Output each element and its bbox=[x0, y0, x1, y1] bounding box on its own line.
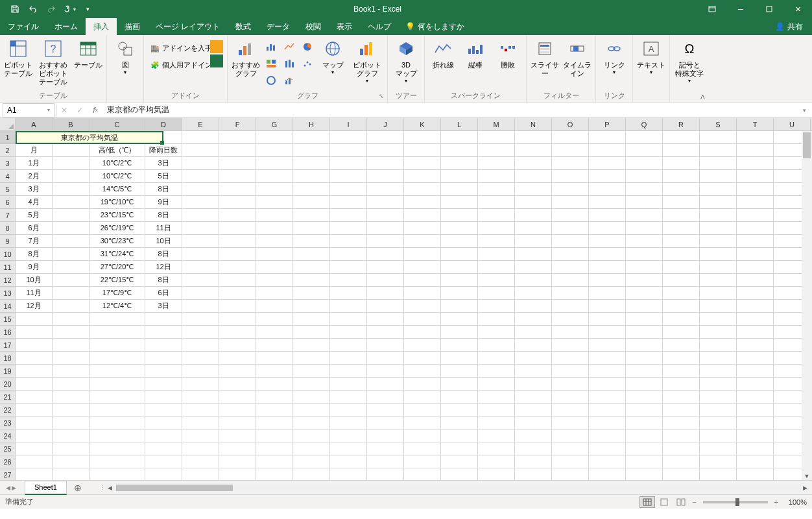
cell-G11[interactable] bbox=[256, 261, 293, 274]
cell-R3[interactable] bbox=[663, 157, 700, 170]
cell-Q2[interactable] bbox=[626, 144, 663, 157]
cell-B7[interactable] bbox=[53, 209, 90, 222]
column-header-D[interactable]: D bbox=[145, 118, 182, 130]
pivot-chart-button[interactable]: ピボットグラフ▾ bbox=[350, 36, 385, 86]
cell-G24[interactable] bbox=[256, 429, 293, 442]
cell-K18[interactable] bbox=[404, 352, 441, 365]
cell-D11[interactable]: 12日 bbox=[145, 261, 182, 274]
cell-J5[interactable] bbox=[367, 183, 404, 196]
cell-B24[interactable] bbox=[53, 429, 90, 442]
cell-L26[interactable] bbox=[441, 455, 478, 468]
cell-M5[interactable] bbox=[478, 183, 515, 196]
cell-K9[interactable] bbox=[404, 235, 441, 248]
cell-F13[interactable] bbox=[219, 287, 256, 300]
cell-B3[interactable] bbox=[53, 157, 90, 170]
cell-Q6[interactable] bbox=[626, 196, 663, 209]
cell-T25[interactable] bbox=[737, 442, 774, 455]
cell-T24[interactable] bbox=[737, 429, 774, 442]
cell-O1[interactable] bbox=[552, 131, 589, 144]
column-header-S[interactable]: S bbox=[700, 118, 737, 130]
cell-H16[interactable] bbox=[293, 326, 330, 339]
bing-maps-icon[interactable] bbox=[210, 40, 223, 53]
cell-S2[interactable] bbox=[700, 144, 737, 157]
cell-N7[interactable] bbox=[515, 209, 552, 222]
column-header-M[interactable]: M bbox=[478, 118, 515, 130]
cell-L27[interactable] bbox=[441, 468, 478, 480]
cell-P10[interactable] bbox=[589, 248, 626, 261]
cell-G23[interactable] bbox=[256, 416, 293, 429]
cell-C22[interactable] bbox=[90, 404, 145, 416]
cell-J22[interactable] bbox=[367, 404, 404, 416]
tell-me-search[interactable]: 💡 何をしますか bbox=[399, 18, 471, 35]
cell-G13[interactable] bbox=[256, 287, 293, 300]
cell-M1[interactable] bbox=[478, 131, 515, 144]
cell-C23[interactable] bbox=[90, 416, 145, 429]
cell-Q27[interactable] bbox=[626, 468, 663, 480]
cell-C4[interactable]: 10℃/2℃ bbox=[90, 170, 145, 183]
page-break-view-icon[interactable] bbox=[673, 496, 689, 508]
column-header-C[interactable]: C bbox=[90, 118, 145, 130]
cell-A26[interactable] bbox=[16, 455, 53, 468]
cell-K1[interactable] bbox=[404, 131, 441, 144]
cell-Q12[interactable] bbox=[626, 274, 663, 287]
merged-title-cell[interactable]: 東京都の平均気温 bbox=[16, 131, 163, 144]
cell-J7[interactable] bbox=[367, 209, 404, 222]
row-header-9[interactable]: 9 bbox=[0, 235, 15, 248]
cell-N25[interactable] bbox=[515, 442, 552, 455]
close-icon[interactable]: ✕ bbox=[783, 0, 812, 18]
tab-page-layout[interactable]: ページ レイアウト bbox=[148, 18, 228, 35]
cell-I19[interactable] bbox=[330, 365, 367, 378]
cell-E5[interactable] bbox=[182, 183, 219, 196]
row-header-5[interactable]: 5 bbox=[0, 183, 15, 196]
statistic-chart-icon[interactable] bbox=[281, 56, 298, 71]
horizontal-scrollbar[interactable]: ◀ ▶ bbox=[106, 483, 809, 492]
tab-help[interactable]: ヘルプ bbox=[360, 18, 399, 35]
cell-I15[interactable] bbox=[330, 313, 367, 326]
cell-N14[interactable] bbox=[515, 300, 552, 313]
zoom-in-icon[interactable]: + bbox=[774, 498, 778, 506]
cell-E14[interactable] bbox=[182, 300, 219, 313]
cell-H2[interactable] bbox=[293, 144, 330, 157]
cell-B8[interactable] bbox=[53, 222, 90, 235]
cell-E12[interactable] bbox=[182, 274, 219, 287]
row-header-14[interactable]: 14 bbox=[0, 300, 15, 313]
cell-J19[interactable] bbox=[367, 365, 404, 378]
cell-H11[interactable] bbox=[293, 261, 330, 274]
cell-M16[interactable] bbox=[478, 326, 515, 339]
cell-A14[interactable]: 12月 bbox=[16, 300, 53, 313]
cell-O12[interactable] bbox=[552, 274, 589, 287]
cell-E21[interactable] bbox=[182, 391, 219, 404]
cell-S19[interactable] bbox=[700, 365, 737, 378]
cell-P24[interactable] bbox=[589, 429, 626, 442]
tab-view[interactable]: 表示 bbox=[329, 18, 360, 35]
cell-R22[interactable] bbox=[663, 404, 700, 416]
row-header-19[interactable]: 19 bbox=[0, 365, 15, 378]
cell-A23[interactable] bbox=[16, 416, 53, 429]
cell-M2[interactable] bbox=[478, 144, 515, 157]
cell-O2[interactable] bbox=[552, 144, 589, 157]
ribbon-display-icon[interactable] bbox=[698, 0, 726, 18]
cell-D19[interactable] bbox=[145, 365, 182, 378]
cell-N16[interactable] bbox=[515, 326, 552, 339]
cell-K7[interactable] bbox=[404, 209, 441, 222]
cell-H21[interactable] bbox=[293, 391, 330, 404]
cell-C8[interactable]: 26℃/19℃ bbox=[90, 222, 145, 235]
cell-P17[interactable] bbox=[589, 339, 626, 352]
cell-T1[interactable] bbox=[737, 131, 774, 144]
cell-T26[interactable] bbox=[737, 455, 774, 468]
cell-G25[interactable] bbox=[256, 442, 293, 455]
cell-O26[interactable] bbox=[552, 455, 589, 468]
column-header-T[interactable]: T bbox=[737, 118, 774, 130]
cell-C27[interactable] bbox=[90, 468, 145, 480]
cell-O7[interactable] bbox=[552, 209, 589, 222]
cell-C3[interactable]: 10℃/2℃ bbox=[90, 157, 145, 170]
cell-D15[interactable] bbox=[145, 313, 182, 326]
cell-C18[interactable] bbox=[90, 352, 145, 365]
redo-icon[interactable] bbox=[43, 1, 60, 18]
table-button[interactable]: テーブル bbox=[73, 36, 104, 71]
cell-L17[interactable] bbox=[441, 339, 478, 352]
cell-F27[interactable] bbox=[219, 468, 256, 480]
cell-J16[interactable] bbox=[367, 326, 404, 339]
cell-H12[interactable] bbox=[293, 274, 330, 287]
cell-E24[interactable] bbox=[182, 429, 219, 442]
